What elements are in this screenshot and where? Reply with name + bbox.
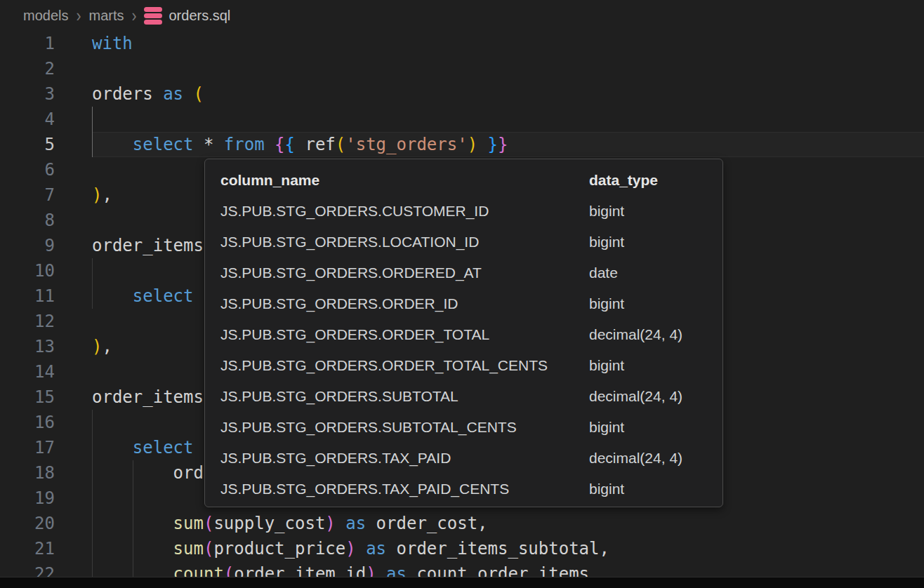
breadcrumb-file-label: orders.sql (169, 8, 230, 24)
line-number: 16 (0, 410, 55, 435)
column-row: JS.PUB.STG_ORDERS.TAX_PAID_CENTSbigint (220, 474, 722, 505)
code-text: select (92, 283, 194, 309)
data-type-cell: bigint (589, 357, 722, 374)
code-line[interactable]: 2 (0, 56, 924, 81)
bottom-panel-edge (0, 577, 924, 588)
hover-table-body: JS.PUB.STG_ORDERS.CUSTOMER_IDbigintJS.PU… (220, 196, 722, 505)
data-type-cell: bigint (589, 234, 722, 250)
breadcrumb-item-marts[interactable]: marts (88, 8, 124, 24)
line-number: 12 (0, 309, 55, 334)
chevron-right-icon: › (131, 5, 136, 26)
code-text: select (92, 435, 194, 460)
line-number: 10 (0, 258, 55, 283)
code-text: count(order_item_id) as count_order_item… (92, 561, 589, 577)
editor-window: models › marts › orders.sql 1with23order… (0, 0, 924, 588)
indent-guide (133, 486, 133, 511)
hover-table-popup: column_name data_type JS.PUB.STG_ORDERS.… (204, 159, 723, 507)
code-text: with (92, 31, 133, 56)
column-row: JS.PUB.STG_ORDERS.ORDER_TOTAL_CENTSbigin… (220, 350, 722, 381)
line-number: 18 (0, 460, 55, 486)
line-number: 20 (0, 511, 55, 536)
data-type-cell: bigint (589, 481, 722, 497)
column-name-cell: JS.PUB.STG_ORDERS.ORDER_ID (220, 295, 589, 312)
code-text: ), (92, 182, 112, 208)
line-number: 9 (0, 233, 55, 258)
column-name-header: column_name (220, 172, 589, 189)
line-number: 4 (0, 107, 55, 132)
code-text: orders as ( (92, 81, 204, 107)
column-name-cell: JS.PUB.STG_ORDERS.SUBTOTAL (220, 388, 589, 405)
data-type-cell: date (589, 265, 722, 281)
column-row: JS.PUB.STG_ORDERS.ORDERED_ATdate (220, 258, 722, 288)
line-number: 14 (0, 359, 55, 385)
code-line[interactable]: 1with (0, 31, 924, 56)
code-line[interactable]: 21 sum(product_price) as order_items_sub… (0, 536, 924, 561)
line-number: 3 (0, 81, 55, 107)
column-row: JS.PUB.STG_ORDERS.ORDER_TOTALdecimal(24,… (220, 319, 722, 350)
line-number: 17 (0, 435, 55, 460)
data-type-cell: bigint (589, 419, 722, 436)
data-type-cell: decimal(24, 4) (589, 388, 722, 405)
line-number: 13 (0, 334, 55, 359)
code-text: order_items (92, 233, 204, 258)
indent-guide (92, 107, 93, 132)
column-row: JS.PUB.STG_ORDERS.TAX_PAIDdecimal(24, 4) (220, 443, 722, 474)
breadcrumb-item-file[interactable]: orders.sql (144, 7, 230, 25)
indent-guide (92, 410, 93, 435)
data-type-header: data_type (589, 172, 722, 189)
column-row: JS.PUB.STG_ORDERS.SUBTOTALdecimal(24, 4) (220, 381, 722, 412)
breadcrumb-item-models[interactable]: models (23, 8, 68, 24)
line-number: 1 (0, 31, 55, 56)
line-number: 8 (0, 208, 55, 233)
line-number: 6 (0, 157, 55, 182)
line-number: 19 (0, 486, 55, 511)
code-text: ), (92, 334, 112, 359)
line-number: 5 (0, 132, 55, 157)
column-name-cell: JS.PUB.STG_ORDERS.ORDER_TOTAL (220, 326, 589, 343)
code-line[interactable]: 22 count(order_item_id) as count_order_i… (0, 561, 924, 577)
column-row: JS.PUB.STG_ORDERS.LOCATION_IDbigint (220, 227, 722, 258)
column-row: JS.PUB.STG_ORDERS.CUSTOMER_IDbigint (220, 196, 722, 227)
column-name-cell: JS.PUB.STG_ORDERS.SUBTOTAL_CENTS (220, 419, 589, 436)
data-type-cell: bigint (589, 295, 722, 312)
database-icon (144, 7, 162, 25)
line-number: 22 (0, 561, 55, 577)
chevron-right-icon: › (76, 5, 81, 26)
breadcrumb: models › marts › orders.sql (0, 0, 924, 31)
code-line[interactable]: 20 sum(supply_cost) as order_cost, (0, 511, 924, 536)
hover-table-header: column_name data_type (220, 165, 722, 196)
column-name-cell: JS.PUB.STG_ORDERS.ORDER_TOTAL_CENTS (220, 357, 589, 374)
code-line[interactable]: 5 select * from {{ ref('stg_orders') }} (0, 132, 924, 157)
column-name-cell: JS.PUB.STG_ORDERS.TAX_PAID_CENTS (220, 481, 589, 497)
code-text: select * from {{ ref('stg_orders') }} (92, 132, 508, 157)
data-type-cell: decimal(24, 4) (589, 326, 722, 343)
line-number: 11 (0, 283, 55, 309)
column-name-cell: JS.PUB.STG_ORDERS.LOCATION_ID (220, 234, 589, 250)
code-text: order_items (92, 385, 204, 410)
line-number: 15 (0, 385, 55, 410)
line-number: 7 (0, 182, 55, 208)
code-text: sum(product_price) as order_items_subtot… (92, 536, 609, 561)
code-text: ord (92, 460, 204, 486)
line-number: 21 (0, 536, 55, 561)
indent-guide (92, 258, 93, 283)
code-text: sum(supply_cost) as order_cost, (92, 511, 488, 536)
column-row: JS.PUB.STG_ORDERS.SUBTOTAL_CENTSbigint (220, 412, 722, 443)
data-type-cell: decimal(24, 4) (589, 450, 722, 467)
column-name-cell: JS.PUB.STG_ORDERS.TAX_PAID (220, 450, 589, 467)
indent-guide (92, 486, 93, 511)
column-name-cell: JS.PUB.STG_ORDERS.CUSTOMER_ID (220, 203, 589, 220)
code-line[interactable]: 3orders as ( (0, 81, 924, 107)
column-name-cell: JS.PUB.STG_ORDERS.ORDERED_AT (220, 265, 589, 281)
column-row: JS.PUB.STG_ORDERS.ORDER_IDbigint (220, 288, 722, 319)
data-type-cell: bigint (589, 203, 722, 220)
line-number: 2 (0, 56, 55, 81)
code-line[interactable]: 4 (0, 107, 924, 132)
